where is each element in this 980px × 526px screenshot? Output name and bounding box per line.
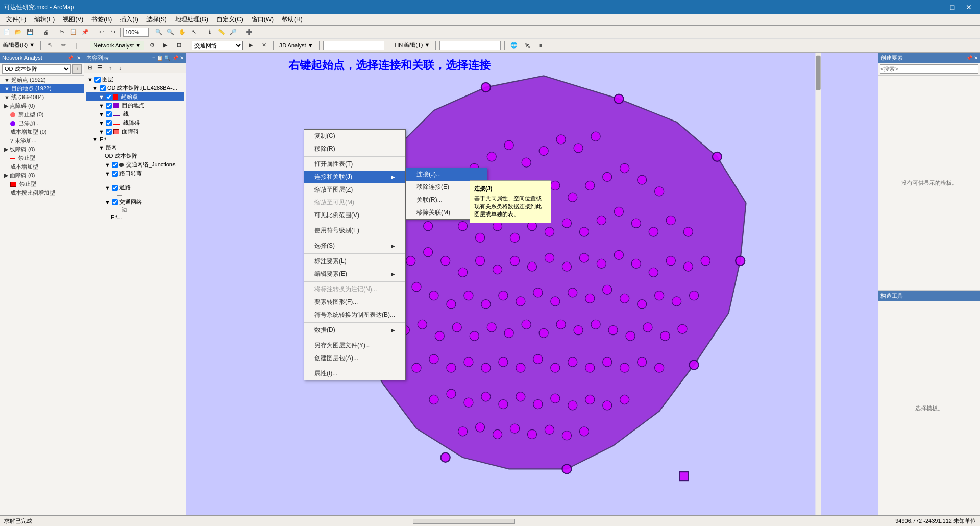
ctx-copy[interactable]: 复制(C) [304, 130, 405, 142]
na-network-select[interactable]: 交通网络 [192, 41, 243, 50]
na-sub-forbid3[interactable]: 禁止型 [0, 180, 84, 188]
map-area[interactable]: 右键起始点，选择连接和关联，选择连接 复制(C) 移除(R) 打开属性表(T) … [186, 53, 878, 515]
na-add-btn[interactable]: + [72, 64, 82, 74]
layer-item-edge[interactable]: E:\... [86, 213, 184, 221]
globe-btn[interactable]: 🌐 [508, 40, 520, 51]
menu-view[interactable]: 视图(V) [59, 14, 87, 25]
find-btn[interactable]: 🔎 [228, 27, 239, 38]
menu-insert[interactable]: 插入(I) [116, 14, 142, 25]
layer-item-polybar2[interactable]: ▼ 面障碍 [86, 127, 184, 136]
ctx-join[interactable]: 连接和关联(J) ▶ [304, 171, 405, 183]
na-type-select[interactable]: OD 成本矩阵 [2, 64, 71, 74]
layer-item-junctions[interactable]: ▼ 交通网络_Junctions [86, 160, 184, 169]
tin-input[interactable] [439, 41, 501, 50]
ctx-data[interactable]: 数据(D) ▶ [304, 324, 405, 337]
na-solve-btn[interactable]: ▶ [245, 40, 256, 51]
save-btn[interactable]: 💾 [24, 27, 36, 38]
na-item-lines[interactable]: ▼ 线 (3694084) [0, 93, 84, 102]
na-sub-unknown1[interactable]: ? 未添加... [0, 136, 84, 145]
na-btn2[interactable]: ▶ [160, 40, 171, 51]
ctx-visible-range[interactable]: 可见比例范围(V) [304, 209, 405, 222]
3d-input[interactable] [323, 41, 384, 50]
identify-btn[interactable]: ℹ [204, 27, 215, 38]
cut-btn[interactable]: ✂ [56, 27, 67, 38]
line2-checkbox[interactable] [106, 111, 112, 117]
layer-item-turns[interactable]: ▼ 路口转弯 [86, 169, 184, 178]
na-btn1[interactable]: ⚙ [146, 40, 158, 51]
sub-join-item[interactable]: 连接(J)... [406, 168, 487, 181]
layer-item-line2[interactable]: ▼ 线 [86, 110, 184, 118]
na-sub-addcost1[interactable]: 成本增加型 (0) [0, 128, 84, 136]
ctx-save-layer[interactable]: 另存为图层文件(Y)... [304, 339, 405, 352]
content-btn1[interactable]: ⊞ [85, 63, 94, 73]
select-tool-btn[interactable]: ↖ [188, 27, 200, 38]
layer-item-odmatrix[interactable]: OD 成本矩阵 [86, 152, 184, 160]
ctx-properties[interactable]: 属性(I)... [304, 367, 405, 380]
new-btn[interactable]: 📄 [1, 27, 12, 38]
na-clear-btn[interactable]: ✕ [258, 40, 270, 51]
layer-item-network[interactable]: ▼ 交通网络 [86, 198, 184, 206]
layer-item-e[interactable]: ▼ E:\ [86, 136, 184, 143]
turns-checkbox[interactable] [112, 171, 118, 177]
minimize-button[interactable]: — [929, 2, 943, 12]
menu-help[interactable]: 帮助(H) [278, 14, 307, 25]
na-sub-forbid1[interactable]: 禁止型 (0) [0, 110, 84, 119]
pan-btn[interactable]: ✋ [177, 27, 188, 38]
layer-item-od[interactable]: ▼ OD 成本矩阵:{EE4288BA-... [86, 84, 184, 92]
content-list-btn1[interactable]: ≡ [152, 55, 155, 61]
ctx-symbol-conv[interactable]: 符号系统转换为制图表达(B)... [304, 308, 405, 321]
zoom-in-btn[interactable]: 🔍 [153, 27, 164, 38]
content-btn2[interactable]: ☰ [95, 63, 105, 73]
copy-btn[interactable]: 📋 [68, 27, 79, 38]
content-btn4[interactable]: ↓ [116, 63, 125, 73]
dest2-checkbox[interactable] [106, 103, 112, 109]
road-checkbox[interactable] [112, 185, 118, 191]
undo-btn[interactable]: ↩ [95, 27, 107, 38]
close-button[interactable]: ✕ [962, 2, 976, 12]
paste-btn[interactable]: 📌 [80, 27, 91, 38]
menu-custom[interactable]: 自定义(C) [212, 14, 248, 25]
na-dropdown-btn[interactable]: Network Analyst ▼ [90, 41, 144, 50]
menu-window[interactable]: 窗口(W) [248, 14, 278, 25]
content-list-btn2[interactable]: 📋 [157, 55, 163, 61]
na-sub-addcost2[interactable]: 成本按比例增加型 [0, 188, 84, 197]
na-item-origin[interactable]: ▼ 起始点 (1922) [0, 76, 84, 84]
feature-search-input[interactable] [880, 64, 978, 74]
content-btn3[interactable]: ↑ [106, 63, 115, 73]
content-panel-pin[interactable]: 📌 [172, 55, 178, 61]
ctx-label[interactable]: 标注要素(L) [304, 255, 405, 268]
na-item-line-barrier[interactable]: ▶ 线障碍 (0) [0, 145, 84, 154]
layer-item-origin[interactable]: ▼ 起始点 [86, 92, 184, 101]
network-checkbox[interactable] [112, 199, 118, 205]
content-panel-close[interactable]: ✕ [180, 55, 184, 61]
layer-item-roadnet[interactable]: ▼ 路网 [86, 143, 184, 152]
edit-tool-btn[interactable]: ↖ [44, 40, 56, 51]
maximize-button[interactable]: □ [945, 2, 960, 12]
print-btn[interactable]: 🖨 [40, 27, 52, 38]
edit-btn2[interactable]: ✏ [58, 40, 69, 51]
layer-item-root[interactable]: ▼ 图层 [86, 75, 184, 84]
polybar2-checkbox[interactable] [106, 129, 112, 135]
layer-item-road[interactable]: ▼ 道路 [86, 183, 184, 192]
menu-edit[interactable]: 编辑(E) [30, 14, 59, 25]
redo-btn[interactable]: ↪ [107, 27, 118, 38]
na-pin-btn[interactable]: 📌 [66, 55, 75, 61]
na-sub-cost2[interactable]: 成本增加型 [0, 162, 84, 171]
na-sub-cost1[interactable]: 已添加... [0, 119, 84, 128]
add-data-btn[interactable]: ➕ [243, 27, 255, 38]
root-checkbox[interactable] [94, 77, 101, 83]
ctx-edit[interactable]: 编辑要素(E) ▶ [304, 268, 405, 280]
ctx-feat-graphic[interactable]: 要素转图形(F)... [304, 296, 405, 308]
ctx-select[interactable]: 选择(S) ▶ [304, 240, 405, 252]
junctions-checkbox[interactable] [112, 162, 118, 168]
ctx-create-pkg[interactable]: 创建图层包(A)... [304, 352, 405, 365]
open-btn[interactable]: 📂 [13, 27, 24, 38]
na-item-poly-barrier[interactable]: ▶ 面障碍 (0) [0, 171, 84, 180]
ctx-attr-table[interactable]: 打开属性表(T) [304, 158, 405, 171]
na-btn3[interactable]: ⊞ [173, 40, 184, 51]
ctx-zoom-layer[interactable]: 缩放至图层(Z) [304, 183, 405, 196]
satellite-btn[interactable]: 🛰 [522, 40, 533, 51]
content-list-btn3[interactable]: 🔍 [164, 55, 170, 61]
right-panel-pin[interactable]: 📌 [966, 55, 972, 61]
ctx-remove[interactable]: 移除(R) [304, 142, 405, 155]
